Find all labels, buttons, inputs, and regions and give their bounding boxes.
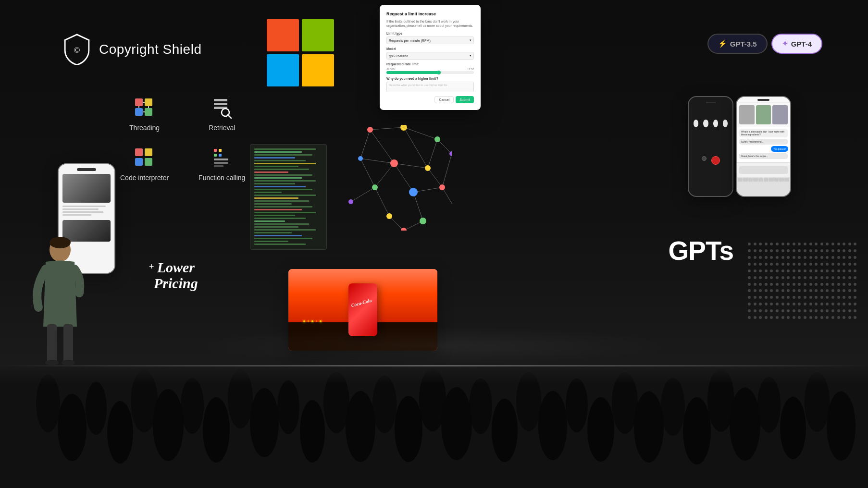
gpt4-button[interactable]: ✦ GPT-4 [771, 34, 822, 54]
dot-item [754, 243, 756, 245]
key[interactable] [784, 178, 789, 182]
ms-tile-red [267, 19, 299, 51]
dot-item [809, 263, 812, 266]
svg-point-48 [434, 136, 440, 142]
key[interactable] [753, 178, 758, 182]
svg-point-73 [566, 378, 588, 432]
dot-item [748, 249, 751, 252]
svg-rect-3 [135, 108, 143, 116]
dot-item [848, 316, 851, 319]
submit-button[interactable]: Submit [456, 96, 474, 103]
dot-item [826, 309, 829, 312]
svg-point-89 [538, 391, 567, 460]
code-line [254, 166, 298, 167]
dot-item [798, 243, 801, 245]
cancel-button[interactable]: Cancel [434, 96, 454, 103]
dot-item [831, 303, 834, 305]
key[interactable] [764, 178, 769, 182]
dot-item [854, 263, 856, 266]
model-select[interactable]: gpt-3.5-turbo ▾ [386, 52, 474, 60]
dot-item [781, 289, 784, 292]
slider-track[interactable] [386, 71, 474, 74]
svg-point-56 [386, 213, 392, 219]
copyright-shield-section: © Copyright Shield [62, 34, 201, 65]
svg-rect-21 [219, 154, 222, 157]
dot-item [826, 256, 829, 259]
tool-function-calling: Function calling [198, 146, 246, 182]
dot-item [793, 263, 795, 266]
dot-item [770, 256, 773, 259]
svg-rect-18 [214, 149, 217, 152]
svg-line-33 [394, 163, 413, 192]
gpt35-button[interactable]: ⚡ GPT-3.5 [707, 34, 768, 54]
dot-item [837, 269, 840, 272]
textarea-field[interactable]: Describe what you'd like to use higher l… [386, 82, 474, 92]
threading-icon [133, 96, 157, 120]
key[interactable] [758, 178, 763, 182]
text-input-bar[interactable] [739, 166, 788, 174]
svg-line-42 [351, 187, 375, 202]
dot-item [843, 296, 845, 299]
dot-item [748, 309, 751, 312]
dot-item [843, 243, 845, 245]
dot-item [787, 256, 790, 259]
code-interpreter-icon [133, 146, 157, 170]
code-line [254, 238, 312, 239]
dot-item [809, 289, 812, 292]
key[interactable] [779, 178, 784, 182]
dot-item [798, 309, 801, 312]
code-line [254, 163, 316, 164]
svg-point-101 [45, 360, 59, 366]
dot-item [770, 296, 773, 299]
dot-item [759, 243, 762, 245]
svg-point-57 [420, 218, 426, 224]
svg-point-82 [203, 397, 230, 463]
svg-point-81 [153, 389, 184, 461]
svg-rect-14 [135, 148, 143, 156]
dot-item [781, 316, 784, 319]
dot-item [748, 303, 751, 305]
dot-item [820, 256, 823, 259]
dot-item [787, 283, 790, 286]
code-line [254, 241, 288, 242]
dot-item [754, 249, 756, 252]
dot-item [770, 303, 773, 305]
key[interactable] [769, 178, 774, 182]
dialog-buttons: Cancel Submit [386, 96, 474, 103]
phone-text-area [62, 205, 111, 218]
dot-item [754, 276, 756, 279]
svg-line-30 [437, 139, 452, 154]
key[interactable] [774, 178, 779, 182]
svg-point-98 [50, 237, 71, 248]
light [308, 320, 309, 322]
chevron-down-icon: ▾ [470, 54, 471, 58]
dot-item [759, 249, 762, 252]
function-calling-icon [210, 146, 234, 170]
dot-item [809, 243, 812, 245]
dot-item [848, 289, 851, 292]
dot-item [759, 283, 762, 286]
dot-item [765, 276, 768, 279]
key[interactable] [748, 178, 753, 182]
dot-item [804, 296, 806, 299]
slider-thumb[interactable] [437, 71, 441, 74]
key[interactable] [743, 178, 748, 182]
model-value: gpt-3.5-turbo [389, 54, 408, 58]
copyright-shield-label: Copyright Shield [99, 42, 201, 57]
dot-item [820, 289, 823, 292]
key[interactable] [738, 178, 743, 182]
dot-item [776, 269, 779, 272]
dot-item [854, 303, 856, 305]
chat-bubble-user: What's a delectable dish I can make with… [739, 129, 788, 137]
dot-item [793, 309, 795, 312]
svg-line-26 [404, 127, 437, 139]
dot-item [781, 309, 784, 312]
dot-item [781, 269, 784, 272]
dot-item [787, 263, 790, 266]
limit-type-select[interactable]: Requests per minute (RPM) ▾ [386, 37, 474, 44]
dot-item [804, 263, 806, 266]
dot-item [781, 243, 784, 245]
dot-item [804, 303, 806, 305]
dot-item [826, 263, 829, 266]
retrieval-label: Retrieval [209, 124, 235, 132]
